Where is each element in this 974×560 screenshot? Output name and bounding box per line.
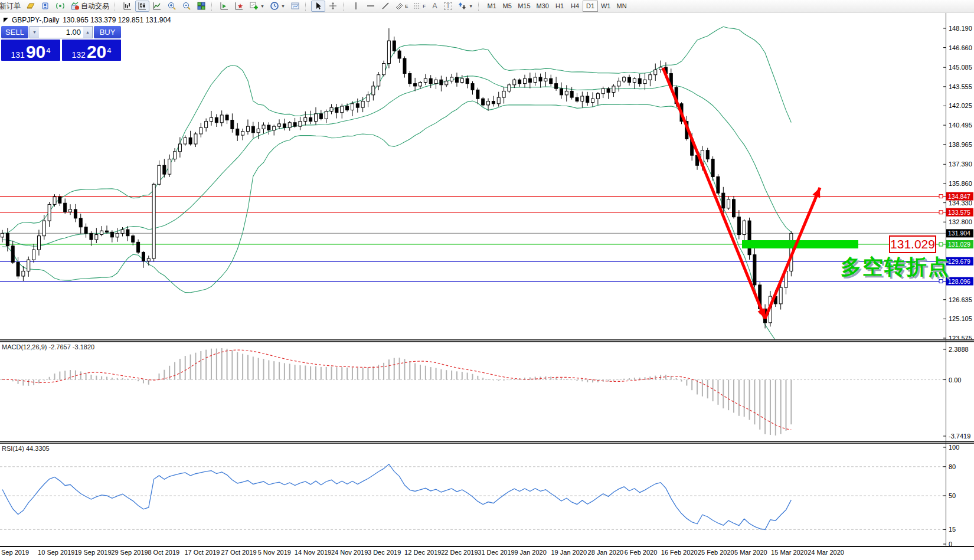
svg-text:2.3888: 2.3888 xyxy=(949,346,969,353)
arrows-tool-icon xyxy=(457,1,467,11)
zoom-out-icon xyxy=(182,1,191,11)
volume-increase-button[interactable]: ▲ xyxy=(83,27,92,38)
buy-price-point: 4 xyxy=(107,47,111,54)
sell-price-pips: 90 xyxy=(26,44,45,60)
sell-button[interactable]: SELL xyxy=(1,26,28,38)
date-label: 19 Sep 2019 xyxy=(74,549,111,556)
svg-text:142.025: 142.025 xyxy=(949,102,972,109)
date-label: 3 Dec 2019 xyxy=(368,549,401,556)
svg-text:15: 15 xyxy=(949,526,956,533)
timeframe-m15[interactable]: M15 xyxy=(515,1,533,12)
cursor-button[interactable] xyxy=(311,1,325,12)
indicators-icon xyxy=(220,1,229,11)
period-button[interactable]: ▼ xyxy=(267,1,287,12)
timeframe-m30[interactable]: M30 xyxy=(534,1,552,12)
candlestick-button[interactable] xyxy=(135,1,149,12)
bar-chart-button[interactable] xyxy=(120,1,135,12)
volume-stepper: ▼ 1.00 ▲ xyxy=(30,26,93,38)
timeframe-h4[interactable]: H4 xyxy=(567,1,583,12)
volume-decrease-button[interactable]: ▼ xyxy=(30,27,39,38)
fibonacci-icon xyxy=(413,2,421,10)
cycles-button[interactable] xyxy=(232,1,246,12)
time-axis[interactable]: Sep 201910 Sep 201919 Sep 201929 Sep 201… xyxy=(0,548,974,559)
market-watch-button[interactable] xyxy=(24,1,38,12)
autotrade-icon xyxy=(70,1,80,11)
signal-icon xyxy=(55,1,65,11)
channel-button[interactable]: E xyxy=(393,1,410,12)
svg-text:0: 0 xyxy=(949,541,952,546)
vertical-line-button[interactable] xyxy=(349,1,363,12)
date-label: 5 Nov 2019 xyxy=(258,549,291,556)
text-button[interactable]: A xyxy=(429,1,441,12)
buy-price[interactable]: 132204 xyxy=(62,40,121,61)
date-label: 6 Feb 2020 xyxy=(625,549,658,556)
label-tool-icon: T xyxy=(444,2,452,10)
date-label: 19 Jan 2020 xyxy=(551,549,587,556)
zoom-out-button[interactable] xyxy=(179,1,194,12)
trendline-button[interactable] xyxy=(378,1,393,12)
crosshair-icon xyxy=(328,1,338,11)
date-label: 10 Sep 2019 xyxy=(38,549,74,556)
date-label: 9 Jan 2020 xyxy=(514,549,546,556)
tile-windows-button[interactable] xyxy=(194,1,208,12)
sell-price[interactable]: 131904 xyxy=(1,40,60,61)
accounts-button[interactable] xyxy=(38,1,53,12)
svg-text:126.635: 126.635 xyxy=(949,296,972,303)
chevron-down-icon: ▼ xyxy=(469,4,473,8)
timeframe-m5[interactable]: M5 xyxy=(499,1,515,12)
date-label: 15 Mar 2020 xyxy=(771,549,808,556)
date-label: 24 Mar 2020 xyxy=(808,549,844,556)
crosshair-button[interactable] xyxy=(326,1,340,12)
timeframe-m1[interactable]: M1 xyxy=(484,1,499,12)
text-label-button[interactable]: T xyxy=(442,1,455,12)
toolbar-separator xyxy=(305,2,309,11)
turning-point-note: 多空转折点 xyxy=(841,253,950,281)
one-click-trade-panel: SELL ▼ 1.00 ▲ BUY 131904 132204 xyxy=(1,26,121,62)
indicators-button[interactable] xyxy=(217,1,231,12)
timeframe-mn[interactable]: MN xyxy=(613,1,629,12)
zoom-in-button[interactable] xyxy=(165,1,179,12)
line-chart-icon xyxy=(152,1,162,11)
date-label: 17 Oct 2019 xyxy=(185,549,220,556)
fibo-letter: F xyxy=(423,4,426,9)
rsi-label: RSI(14) 44.3305 xyxy=(2,445,50,452)
svg-text:80: 80 xyxy=(949,463,956,470)
date-label: 28 Jan 2020 xyxy=(588,549,624,556)
buy-button[interactable]: BUY xyxy=(94,26,121,38)
zoom-in-icon xyxy=(167,1,177,11)
horizontal-line-button[interactable] xyxy=(364,1,378,12)
svg-text:146.660: 146.660 xyxy=(949,44,972,51)
timeframe-w1[interactable]: W1 xyxy=(598,1,614,12)
svg-text:135.860: 135.860 xyxy=(949,180,972,187)
chevron-down-icon: ▼ xyxy=(281,4,285,8)
arrows-button[interactable]: ▼ xyxy=(455,1,475,12)
macd-name: MACD(12,26,9) xyxy=(2,343,47,351)
buy-price-pips: 20 xyxy=(87,44,106,60)
new-chart-button[interactable]: ▼ xyxy=(247,1,267,12)
timeframe-d1[interactable]: D1 xyxy=(583,1,598,12)
new-order-button[interactable]: 新订单 xyxy=(0,1,23,12)
date-label: 16 Feb 2020 xyxy=(661,549,698,556)
signals-button[interactable] xyxy=(53,1,67,12)
date-label: 14 Nov 2019 xyxy=(295,549,331,556)
tile-windows-icon xyxy=(197,1,206,11)
timeframe-h1[interactable]: H1 xyxy=(552,1,567,12)
rsi-panel[interactable]: 1008050150 xyxy=(0,444,974,546)
autotrade-button[interactable]: 自动交易 xyxy=(68,1,112,12)
price-chart[interactable]: 148.190146.660145.085143.555142.025140.4… xyxy=(0,13,974,341)
macd-panel[interactable]: 2.38880.00-3.7419 xyxy=(0,342,974,441)
templates-button[interactable] xyxy=(288,1,302,12)
sell-price-whole: 131 xyxy=(11,51,25,59)
line-chart-button[interactable] xyxy=(150,1,164,12)
bar-chart-icon xyxy=(123,1,132,11)
channel-letter: E xyxy=(405,4,408,9)
date-label: 31 Dec 2019 xyxy=(478,549,514,556)
fibonacci-button[interactable]: F xyxy=(411,1,428,12)
volume-value[interactable]: 1.00 xyxy=(39,27,83,38)
svg-text:-3.7419: -3.7419 xyxy=(949,433,970,440)
svg-text:138.965: 138.965 xyxy=(949,141,972,148)
svg-text:143.555: 143.555 xyxy=(949,83,972,90)
toolbar-separator xyxy=(343,2,347,11)
support-price-callout: 131.029 xyxy=(889,235,936,253)
date-label: 24 Nov 2019 xyxy=(331,549,368,556)
